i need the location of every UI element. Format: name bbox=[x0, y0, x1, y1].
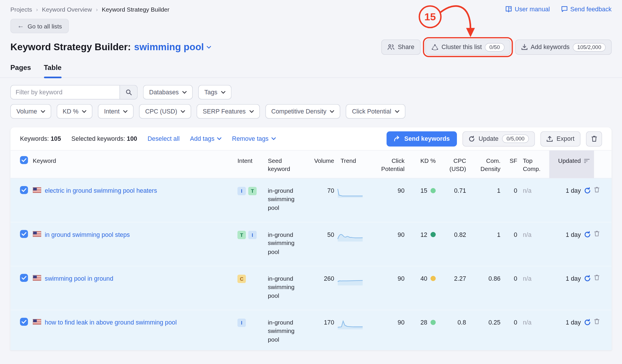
export-button[interactable]: Export bbox=[541, 131, 580, 146]
kd-number: 15 bbox=[420, 186, 427, 195]
intent-badge-transactional: T bbox=[237, 231, 246, 239]
row-checkbox[interactable] bbox=[20, 186, 28, 194]
refresh-row-icon[interactable] bbox=[584, 231, 591, 238]
keyword-filter-input[interactable] bbox=[11, 85, 119, 99]
refresh-row-icon[interactable] bbox=[584, 187, 591, 194]
tab-pages[interactable]: Pages bbox=[10, 64, 31, 78]
row-checkbox[interactable] bbox=[20, 318, 28, 326]
search-icon bbox=[125, 89, 132, 95]
volume-value: 260 bbox=[308, 266, 337, 283]
chevron-down-icon bbox=[123, 110, 128, 113]
keyword-link[interactable]: swimming pool in ground bbox=[45, 274, 113, 283]
kd-value: 28 bbox=[407, 310, 438, 327]
trash-icon bbox=[591, 135, 597, 142]
breadcrumb-current: Keyword Strategy Builder bbox=[102, 6, 169, 12]
filter-databases[interactable]: Databases bbox=[143, 85, 193, 100]
search-button[interactable] bbox=[119, 85, 137, 99]
filter-intent[interactable]: Intent bbox=[98, 104, 133, 119]
competitive-density-value: 1 bbox=[469, 178, 503, 195]
column-header-cpc[interactable]: CPC (USD) bbox=[438, 150, 469, 178]
refresh-row-icon[interactable] bbox=[584, 275, 591, 282]
column-header-volume[interactable]: Volume bbox=[308, 150, 337, 178]
delete-selected-button[interactable] bbox=[586, 131, 602, 146]
delete-row-icon[interactable] bbox=[594, 186, 600, 193]
send-keywords-button[interactable]: Send keywords bbox=[387, 131, 457, 146]
cluster-this-list-button[interactable]: Cluster this list 0/50 bbox=[425, 39, 510, 55]
keyword-filter-group bbox=[10, 85, 137, 100]
add-keywords-count-badge: 105/2,000 bbox=[573, 43, 606, 51]
filter-tags[interactable]: Tags bbox=[198, 85, 231, 100]
filter-cpc-usd[interactable]: CPC (USD) bbox=[139, 104, 191, 119]
trend-sparkline bbox=[337, 266, 372, 288]
chevron-down-icon bbox=[249, 110, 254, 113]
column-header-keyword[interactable]: Keyword bbox=[33, 150, 237, 178]
go-to-all-lists-label: Go to all lists bbox=[28, 23, 62, 29]
table-row: swimming pool in ground C in-ground swim… bbox=[10, 266, 612, 310]
filter-serp-features[interactable]: SERP Features bbox=[197, 104, 260, 119]
serp-features-count: 0 bbox=[503, 310, 520, 327]
delete-row-icon[interactable] bbox=[594, 318, 600, 324]
updated-cell: 1 day bbox=[549, 310, 594, 327]
updated-value: 1 day bbox=[566, 230, 581, 239]
user-manual-link[interactable]: User manual bbox=[505, 6, 550, 13]
share-button[interactable]: Share bbox=[381, 39, 420, 55]
feedback-bubble-icon bbox=[561, 6, 567, 12]
list-name-dropdown[interactable]: swimming pool bbox=[134, 42, 211, 53]
column-header-trend[interactable]: Trend bbox=[337, 150, 372, 178]
breadcrumb-projects[interactable]: Projects bbox=[10, 6, 32, 12]
filter-kd[interactable]: KD % bbox=[57, 104, 92, 119]
column-header-intent[interactable]: Intent bbox=[237, 150, 268, 178]
cluster-icon bbox=[431, 44, 438, 51]
chevron-down-icon bbox=[207, 46, 211, 48]
column-header-click-potential[interactable]: Click Potential bbox=[372, 150, 407, 178]
refresh-row-icon[interactable] bbox=[584, 319, 591, 326]
kd-difficulty-dot bbox=[430, 276, 436, 281]
click-potential-value: 90 bbox=[372, 266, 407, 283]
column-header-top-comp[interactable]: Top Comp. bbox=[520, 150, 549, 178]
chevron-down-icon bbox=[217, 137, 221, 140]
cluster-label: Cluster this list bbox=[442, 44, 482, 51]
deselect-all-link[interactable]: Deselect all bbox=[148, 135, 180, 143]
go-to-all-lists-button[interactable]: ← Go to all lists bbox=[10, 19, 69, 33]
delete-row-icon[interactable] bbox=[594, 274, 600, 280]
column-header-seed-keyword[interactable]: Seed keyword bbox=[268, 150, 308, 178]
tab-table[interactable]: Table bbox=[44, 64, 62, 78]
breadcrumb-keyword-overview[interactable]: Keyword Overview bbox=[42, 6, 92, 12]
column-header-kd[interactable]: KD % bbox=[407, 150, 438, 178]
updated-value: 1 day bbox=[566, 274, 581, 283]
seed-keyword: in-ground swimming pool bbox=[268, 310, 308, 344]
kd-difficulty-dot bbox=[430, 320, 436, 325]
row-checkbox[interactable] bbox=[20, 274, 28, 282]
keyword-link[interactable]: how to find leak in above ground swimmin… bbox=[45, 318, 177, 327]
filter-competitive-density[interactable]: Competitive Density bbox=[265, 104, 340, 119]
add-keywords-button[interactable]: Add keywords 105/2,000 bbox=[515, 39, 612, 55]
keywords-table-card: Keywords: 105 Selected keywords: 100 Des… bbox=[10, 127, 612, 350]
chevron-down-icon bbox=[182, 91, 187, 94]
keyword-link[interactable]: electric in ground swimming pool heaters bbox=[45, 186, 157, 195]
filter-volume[interactable]: Volume bbox=[10, 104, 51, 119]
row-checkbox[interactable] bbox=[20, 230, 28, 238]
intent-badge-informational: I bbox=[237, 187, 246, 195]
update-button[interactable]: Update 0/5,000 bbox=[462, 131, 535, 146]
page-title: Keyword Strategy Builder: swimming pool bbox=[10, 42, 211, 53]
keyword-link[interactable]: in ground swimming pool steps bbox=[45, 230, 130, 239]
column-header-updated[interactable]: Updated bbox=[549, 150, 594, 178]
remove-tags-dropdown[interactable]: Remove tags bbox=[232, 135, 276, 143]
select-all-checkbox[interactable] bbox=[20, 156, 28, 164]
add-tags-label: Add tags bbox=[190, 135, 215, 143]
send-feedback-link[interactable]: Send feedback bbox=[561, 6, 612, 13]
filter-click-potential[interactable]: Click Potential bbox=[346, 104, 405, 119]
column-header-sf[interactable]: SF bbox=[503, 150, 520, 178]
add-tags-dropdown[interactable]: Add tags bbox=[190, 135, 222, 143]
add-keywords-label: Add keywords bbox=[531, 44, 570, 51]
selected-keywords-count: Selected keywords: 100 bbox=[72, 135, 137, 143]
delete-row-icon[interactable] bbox=[594, 230, 600, 237]
kd-number: 28 bbox=[420, 318, 427, 327]
cpc-value: 0.71 bbox=[438, 178, 469, 195]
chevron-down-icon bbox=[181, 110, 185, 113]
volume-value: 170 bbox=[308, 310, 337, 327]
sort-descending-icon bbox=[584, 158, 590, 163]
arrow-left-icon: ← bbox=[17, 22, 24, 30]
page-header: Projects › Keyword Overview › Keyword St… bbox=[0, 0, 622, 55]
column-header-com-density[interactable]: Com. Density bbox=[469, 150, 503, 178]
